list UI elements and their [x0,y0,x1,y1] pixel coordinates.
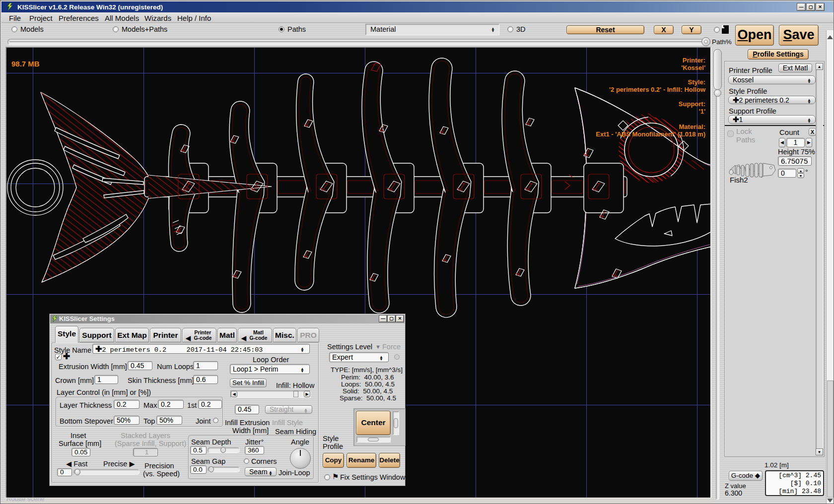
svg-text:'1': '1' [699,108,705,115]
svg-text:Material:: Material: [679,123,705,130]
svg-text:'2 perimeters 0.2' - Infill: H: '2 perimeters 0.2' - Infill: Hollow [609,86,706,93]
svg-text:Printer:: Printer: [683,57,705,64]
svg-text:Style:: Style: [688,78,705,86]
svg-text:'Kossel': 'Kossel' [681,64,705,71]
svg-text:Support:: Support: [679,100,705,108]
svg-text:98.7 MB: 98.7 MB [11,60,40,68]
svg-text:Ext1 - 'ABS Monofilament' (1.0: Ext1 - 'ABS Monofilament' (1.018 m) [596,130,705,138]
